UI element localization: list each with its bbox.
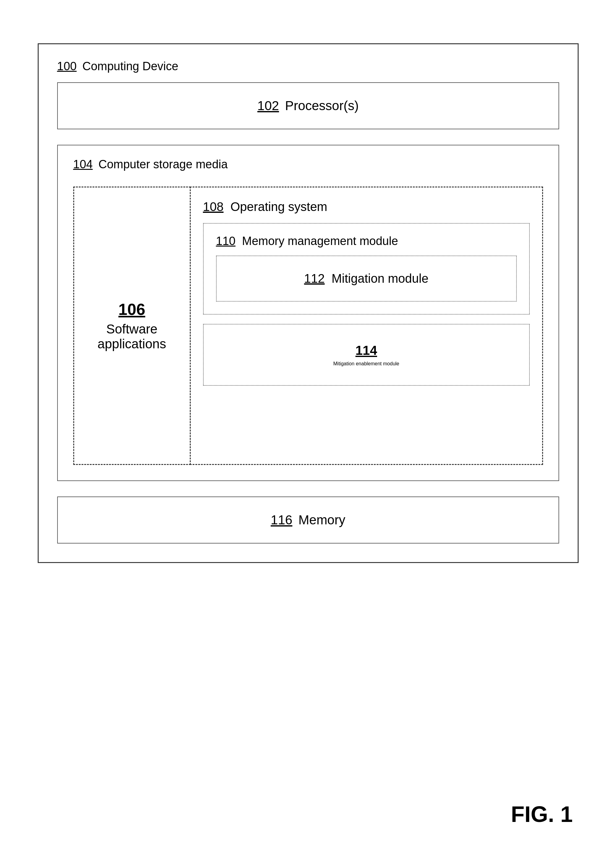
mitigation-label: 112 Mitigation module (229, 271, 504, 285)
processor-ref: 102 (258, 98, 279, 113)
mitigation-ref: 112 (304, 271, 325, 285)
computing-device-box: 100 Computing Device 102 Processor(s) 10… (38, 43, 578, 563)
memory-ref: 116 (271, 512, 292, 527)
software-apps-box: 106 Softwareapplications (73, 186, 191, 465)
page: 100 Computing Device 102 Processor(s) 10… (0, 0, 616, 864)
storage-inner: 106 Softwareapplications 108 Operating s… (73, 186, 543, 465)
memory-text: Memory (299, 512, 346, 527)
computing-device-ref: 100 (57, 60, 77, 73)
software-apps-text: Softwareapplications (97, 322, 166, 352)
mitigation-box: 112 Mitigation module (216, 255, 517, 302)
processor-box: 102 Processor(s) (57, 82, 559, 129)
storage-ref: 104 (73, 158, 93, 171)
mem-mgmt-text: Memory management module (242, 235, 398, 248)
processor-label: 102 Processor(s) (258, 98, 359, 113)
storage-label: 104 Computer storage media (73, 158, 228, 171)
mem-mgmt-ref: 110 (216, 235, 236, 248)
os-label: 108 Operating system (203, 200, 530, 214)
os-ref: 108 (203, 200, 224, 213)
storage-box: 104 Computer storage media 106 Softwarea… (57, 145, 559, 481)
mem-mgmt-box: 110 Memory management module 112 Mitigat… (203, 223, 530, 315)
computing-device-text: Computing Device (82, 60, 178, 73)
fig-label: FIG. 1 (511, 801, 573, 827)
storage-text: Computer storage media (98, 158, 228, 171)
memory-box: 116 Memory (57, 497, 559, 544)
software-apps-ref: 106 (118, 300, 145, 318)
mitigation-text: Mitigation module (332, 271, 429, 285)
processor-text: Processor(s) (285, 98, 358, 113)
os-column: 108 Operating system 110 Memory manageme… (190, 186, 543, 465)
os-text: Operating system (230, 200, 327, 213)
mit-enable-text: Mitigation enablement module (333, 361, 399, 366)
mem-mgmt-label: 110 Memory management module (216, 235, 517, 248)
mit-enable-ref: 114 (216, 343, 517, 358)
memory-label: 116 Memory (271, 512, 345, 527)
mit-enable-box: 114 Mitigation enablement module (203, 324, 530, 386)
computing-device-label: 100 Computing Device (57, 60, 178, 73)
